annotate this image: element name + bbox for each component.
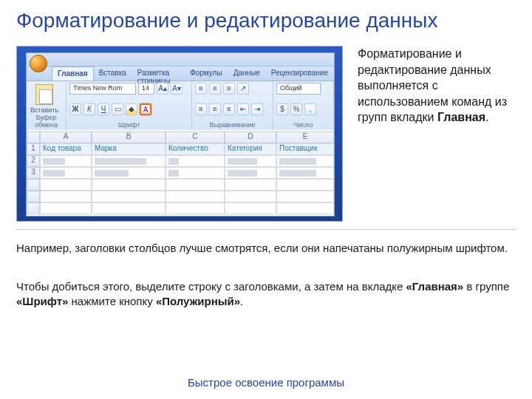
col-header-d[interactable]: D bbox=[225, 132, 276, 143]
body-paragraph-2: Чтобы добиться этого, выделите строку с … bbox=[16, 279, 516, 310]
row-2: 2 bbox=[27, 155, 334, 167]
cell-b3[interactable] bbox=[92, 167, 166, 179]
screenshot-panel: Главная Вставка Разметка страницы Формул… bbox=[16, 46, 343, 222]
tab-data[interactable]: Данные bbox=[228, 66, 266, 81]
number-format-selector[interactable]: Общий bbox=[276, 83, 321, 95]
col-header-c[interactable]: C bbox=[166, 132, 225, 143]
tab-formulas[interactable]: Формулы bbox=[185, 66, 228, 81]
orientation-icon[interactable]: ↗ bbox=[237, 83, 249, 95]
group-number: Общий $ % , Число bbox=[273, 81, 334, 130]
select-all-corner[interactable] bbox=[27, 132, 40, 143]
paste-button[interactable]: Вставить bbox=[30, 83, 59, 114]
row-4 bbox=[27, 179, 334, 191]
cell-c3[interactable] bbox=[166, 167, 225, 179]
group-alignment-label: Выравнивание bbox=[195, 121, 270, 130]
indent-decrease-icon[interactable]: ⇤ bbox=[237, 103, 249, 115]
quick-access-bar bbox=[27, 53, 334, 66]
cell-b2[interactable] bbox=[92, 155, 166, 167]
comma-icon[interactable]: , bbox=[304, 103, 316, 115]
group-number-label: Число bbox=[276, 121, 330, 130]
footer-text: Быстрое освоение программы bbox=[0, 376, 532, 389]
cell-d1[interactable]: Категория bbox=[225, 143, 276, 155]
increase-font-icon[interactable]: A▴ bbox=[157, 83, 168, 95]
currency-icon[interactable]: $ bbox=[276, 103, 288, 115]
col-header-a[interactable]: A bbox=[40, 132, 92, 143]
cell-b1[interactable]: Марка bbox=[92, 143, 166, 155]
excel-window: Главная Вставка Разметка страницы Формул… bbox=[26, 52, 335, 216]
group-clipboard: Вставить Буфер обмена bbox=[27, 81, 66, 130]
tab-insert[interactable]: Вставка bbox=[94, 66, 132, 81]
align-left-icon[interactable]: ≡ bbox=[195, 103, 207, 115]
worksheet: A B C D E 1 Код товара Марка Количество … bbox=[27, 132, 334, 216]
row-header-2[interactable]: 2 bbox=[27, 155, 40, 167]
font-color-button[interactable]: A bbox=[140, 103, 151, 115]
office-button-icon[interactable] bbox=[30, 55, 47, 72]
cell-c2[interactable] bbox=[166, 155, 225, 167]
cell-a1[interactable]: Код товара bbox=[40, 143, 92, 155]
border-button[interactable]: ▭ bbox=[112, 103, 123, 115]
align-bottom-icon[interactable]: ≡ bbox=[223, 83, 235, 95]
divider bbox=[16, 229, 516, 230]
fill-color-button[interactable]: ◆ bbox=[126, 103, 137, 115]
col-header-e[interactable]: E bbox=[276, 132, 334, 143]
row-header-4[interactable] bbox=[27, 179, 40, 191]
indent-increase-icon[interactable]: ⇥ bbox=[251, 103, 263, 115]
font-size-selector[interactable]: 14 bbox=[138, 83, 154, 95]
group-font-label: Шрифт bbox=[69, 121, 188, 130]
group-clipboard-label: Буфер обмена bbox=[30, 114, 63, 130]
ribbon-body: Вставить Буфер обмена Times New Rom 14 A… bbox=[27, 81, 334, 130]
cell-c1[interactable]: Количество bbox=[166, 143, 225, 155]
paste-label: Вставить bbox=[30, 106, 59, 114]
italic-button[interactable]: К bbox=[83, 103, 95, 115]
align-right-icon[interactable]: ≡ bbox=[223, 103, 235, 115]
tab-page-layout[interactable]: Разметка страницы bbox=[132, 66, 185, 81]
align-middle-icon[interactable]: ≡ bbox=[209, 83, 221, 95]
percent-icon[interactable]: % bbox=[290, 103, 302, 115]
row-header-1[interactable]: 1 bbox=[27, 143, 40, 155]
group-alignment: ≡ ≡ ≡ ↗ ≡ ≡ ≡ ⇤ ⇥ Выравнивание bbox=[192, 81, 273, 130]
cell-a3[interactable] bbox=[40, 167, 92, 179]
tab-review[interactable]: Рецензирование bbox=[266, 66, 334, 81]
side-text-bold: Главная bbox=[437, 111, 485, 123]
row-3: 3 bbox=[27, 167, 334, 179]
row-header-3[interactable]: 3 bbox=[27, 167, 40, 179]
underline-button[interactable]: Ч bbox=[98, 103, 109, 115]
paste-icon bbox=[35, 84, 53, 105]
align-top-icon[interactable]: ≡ bbox=[195, 83, 207, 95]
group-font: Times New Rom 14 A▴ A▾ Ж К Ч ▭ ◆ A Шрифт bbox=[66, 81, 192, 130]
col-header-b[interactable]: B bbox=[92, 132, 166, 143]
align-center-icon[interactable]: ≡ bbox=[209, 103, 221, 115]
row-6 bbox=[27, 202, 334, 214]
side-description: Форматирование и редактирование данных в… bbox=[358, 46, 516, 126]
bold-button[interactable]: Ж bbox=[69, 103, 81, 115]
font-name-selector[interactable]: Times New Rom bbox=[69, 83, 136, 95]
cell-e3[interactable] bbox=[276, 167, 334, 179]
body-paragraph-1: Например, заголовки столбцов лучше смотр… bbox=[16, 241, 516, 256]
decrease-font-icon[interactable]: A▾ bbox=[171, 83, 183, 95]
cell-d2[interactable] bbox=[225, 155, 276, 167]
ribbon-tabs: Главная Вставка Разметка страницы Формул… bbox=[27, 66, 334, 81]
cell-e1[interactable]: Поставщик bbox=[276, 143, 334, 155]
tab-home[interactable]: Главная bbox=[52, 66, 94, 81]
cell-a2[interactable] bbox=[40, 155, 92, 167]
row-1: 1 Код товара Марка Количество Категория … bbox=[27, 143, 334, 155]
cell-d3[interactable] bbox=[225, 167, 276, 179]
slide-title: Форматирование и редактирование данных bbox=[16, 9, 437, 33]
row-5 bbox=[27, 191, 334, 202]
cell-e2[interactable] bbox=[276, 155, 334, 167]
